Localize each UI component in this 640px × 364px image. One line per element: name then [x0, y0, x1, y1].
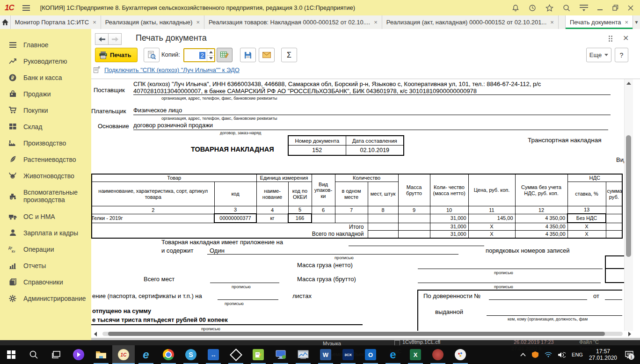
yandex-alice-icon[interactable]: [67, 345, 90, 364]
sidebar-item-os-i-nma[interactable]: ОС и НМА: [0, 208, 91, 225]
teamviewer-icon[interactable]: ↔: [202, 345, 225, 364]
vertical-scrollbar[interactable]: [624, 79, 633, 331]
tab-close-icon[interactable]: ×: [196, 19, 200, 26]
excel-icon[interactable]: X: [404, 345, 427, 364]
col-okei: код по ОКЕИ: [288, 182, 312, 206]
skype-icon[interactable]: S: [180, 345, 202, 364]
tab-realizatsiya-akty[interactable]: Реализация (акты, накладные)×: [101, 15, 204, 29]
panel-menu-dots-icon[interactable]: [609, 36, 613, 42]
tab-pechat-dokumenta[interactable]: Печать документа×: [565, 15, 633, 29]
word-icon[interactable]: W: [314, 345, 337, 364]
notepad-plus-icon[interactable]: [247, 345, 269, 364]
edo-connect-link[interactable]: Подключить "СПК (колхоз) "Луч Ильича"" к…: [104, 66, 240, 73]
volume-tray-icon[interactable]: [558, 352, 566, 358]
document-title: ТОВАРНАЯ НАКЛАДНАЯ: [191, 146, 274, 153]
back-button[interactable]: [95, 33, 109, 45]
network-tray-icon[interactable]: [545, 352, 552, 357]
history-icon[interactable]: [529, 4, 536, 12]
chrome-icon[interactable]: [157, 345, 180, 364]
minimize-icon[interactable]: [597, 5, 603, 11]
sidebar-item-sklad[interactable]: Склад: [0, 118, 91, 135]
print-button[interactable]: Печать: [95, 48, 138, 62]
cell-nds-rate[interactable]: Без НДС: [567, 214, 606, 223]
sidebar-item-pokupki[interactable]: Покупки: [0, 102, 91, 118]
vertical-scroll-thumb[interactable]: [626, 135, 631, 257]
tab-close-icon[interactable]: ×: [374, 19, 378, 26]
horizontal-scrollbar[interactable]: [94, 330, 631, 337]
taskbar-search-icon[interactable]: [22, 345, 45, 364]
cell-item-code[interactable]: 00000000377: [214, 214, 256, 223]
sidebar-item-rukovoditelyu[interactable]: Руководителю: [0, 53, 91, 69]
more-button[interactable]: Еще: [586, 48, 611, 62]
sidebar-item-zarplata-i-kadry[interactable]: Зарплата и кадры: [0, 225, 91, 241]
sidebar-item-proizvodstvo[interactable]: Производство: [0, 135, 91, 151]
help-button[interactable]: ?: [615, 48, 628, 62]
tab-close-icon[interactable]: ×: [625, 19, 629, 26]
notifications-bell-icon[interactable]: [512, 4, 519, 12]
window-title: [КОПИЯ] 1С:Предприятие 8. Бухгалтерия се…: [40, 4, 355, 11]
sidebar-item-prodazhi[interactable]: Продажи: [0, 86, 91, 102]
sidebar-item-glavnoe[interactable]: Главное: [0, 36, 91, 53]
close-window-icon[interactable]: [628, 5, 633, 11]
edo-doc-icon: [94, 66, 100, 73]
paint-icon[interactable]: [449, 345, 472, 364]
gear-icon: [8, 294, 17, 302]
cell-okei[interactable]: 166: [288, 214, 312, 223]
sidebar-item-otchety[interactable]: Отчеты: [0, 257, 91, 274]
3cx-icon[interactable]: 3CX: [337, 345, 359, 364]
tab-close-icon[interactable]: ×: [550, 19, 554, 26]
email-button[interactable]: [259, 48, 275, 62]
horizontal-scroll-thumb[interactable]: [108, 332, 605, 336]
tab-realizatsiya-tovarov[interactable]: Реализация товаров: Накладная 0000-00015…: [204, 15, 382, 29]
service-menu-icon[interactable]: [580, 5, 588, 11]
language-indicator[interactable]: ENG: [572, 352, 583, 357]
sidebar-item-operatsii[interactable]: ДтКт Операции: [0, 241, 91, 257]
edge-icon[interactable]: e: [382, 345, 404, 364]
spinner-up-icon[interactable]: [207, 49, 214, 55]
scroll-left-icon[interactable]: [94, 332, 97, 336]
favorites-star-icon[interactable]: [545, 4, 553, 12]
outlook-icon[interactable]: O: [359, 345, 382, 364]
search-icon[interactable]: [563, 4, 570, 12]
print-preview-button[interactable]: [144, 48, 160, 62]
sidebar-item-spravochniki[interactable]: Справочники: [0, 274, 91, 290]
system-monitor-icon[interactable]: [292, 345, 314, 364]
tabs-overflow-icon[interactable]: ▼: [633, 15, 640, 29]
remote-pc-icon[interactable]: [269, 345, 292, 364]
scroll-up-icon[interactable]: [626, 82, 631, 85]
main-menu-icon[interactable]: [22, 5, 30, 11]
copies-input[interactable]: 2: [184, 49, 207, 61]
copies-spinner[interactable]: 2: [183, 48, 215, 62]
taskbar-clock[interactable]: 17:57 27.01.2020: [589, 348, 617, 361]
tray-chevron-up-icon[interactable]: [520, 353, 526, 357]
edit-table-button[interactable]: [217, 48, 233, 62]
sidebar-item-zhivotnovodstvo[interactable]: Животноводство: [0, 167, 91, 184]
tab-realizatsiya-akt-nakladnaya[interactable]: Реализация (акт, накладная) 0000-000152 …: [382, 15, 559, 29]
scroll-right-icon[interactable]: [628, 332, 631, 336]
sidebar-item-administrirovanie[interactable]: Администрирование: [0, 290, 91, 306]
panel-close-icon[interactable]: ✕: [623, 34, 629, 43]
notification-center-icon[interactable]: 1: [623, 349, 635, 361]
forward-button[interactable]: [109, 33, 122, 45]
diamond-app-icon[interactable]: [225, 345, 247, 364]
taskbar-1c-icon[interactable]: 1С: [112, 345, 135, 364]
start-button[interactable]: [0, 345, 22, 364]
tab-monitor-portal[interactable]: Монитор Портала 1С:ИТС×: [11, 15, 101, 29]
total-places-label: Всего мест: [144, 276, 175, 283]
sidebar-item-rastenievodstvo[interactable]: Растениеводство: [0, 151, 91, 167]
task-view-icon[interactable]: [45, 345, 67, 364]
sum-sigma-button[interactable]: Σ: [281, 48, 297, 62]
internet-explorer-icon[interactable]: e: [135, 345, 157, 364]
red-app-icon[interactable]: [427, 345, 449, 364]
save-button[interactable]: [240, 48, 256, 62]
appendix-line: Товарная накладная имеет приложение на: [161, 239, 283, 246]
antivirus-tray-icon[interactable]: [532, 351, 538, 358]
background-text: Файл "С: [579, 339, 599, 345]
spinner-down-icon[interactable]: [207, 55, 214, 62]
tab-close-icon[interactable]: ×: [93, 19, 96, 26]
sidebar-item-vspomogatelnye-proizvodstva[interactable]: Вспомогательные производства: [0, 184, 91, 208]
sidebar-item-bank-i-kassa[interactable]: ₽ Банк и касса: [0, 69, 91, 86]
file-explorer-icon[interactable]: [90, 345, 112, 364]
home-tab-icon[interactable]: [0, 15, 11, 29]
restore-icon[interactable]: [612, 5, 618, 11]
